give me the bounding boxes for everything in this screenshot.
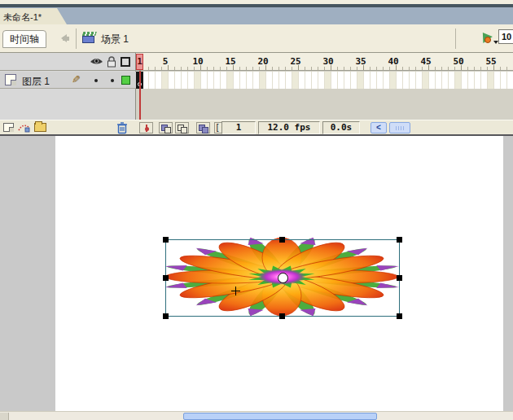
frame-cell[interactable] (351, 72, 357, 89)
frame-cell[interactable] (299, 72, 305, 89)
selection-handle-top-center[interactable] (279, 237, 285, 243)
frame-ruler[interactable]: 1 510152025303540455055 (136, 53, 513, 71)
frame-cell[interactable] (227, 72, 234, 89)
selection-handle-bottom-right[interactable] (397, 313, 402, 319)
frame-cell[interactable] (201, 72, 208, 89)
frame-cell[interactable] (449, 72, 455, 89)
timeline-scroll-left-button[interactable]: < (370, 122, 387, 133)
frame-cell[interactable] (195, 72, 201, 89)
frame-cell[interactable] (273, 72, 279, 89)
frame-cell[interactable] (234, 72, 240, 89)
frame-cell[interactable] (208, 72, 214, 89)
insert-layer-folder-button[interactable] (34, 123, 46, 132)
frame-cell[interactable] (286, 72, 292, 89)
horizontal-scrollbar[interactable] (0, 411, 513, 420)
frame-cell[interactable] (214, 72, 221, 89)
frame-cell[interactable] (455, 72, 462, 89)
layer-outline-color-swatch[interactable] (121, 76, 130, 85)
frame-cell[interactable] (188, 72, 195, 89)
frame-cell[interactable] (429, 72, 436, 89)
scene-breadcrumb[interactable]: 场景 1 (101, 33, 129, 46)
frame-cell[interactable] (338, 72, 344, 89)
selection-handle-middle-left[interactable] (163, 275, 169, 281)
frame-cell[interactable] (240, 72, 247, 89)
frame-cell[interactable] (344, 72, 351, 89)
frame-cell[interactable] (312, 72, 318, 89)
frame-cell[interactable] (357, 72, 364, 89)
frame-cell[interactable] (410, 72, 416, 89)
frame-cell[interactable] (292, 72, 299, 89)
frame-cell[interactable] (156, 72, 162, 89)
frame-cell[interactable] (253, 72, 260, 89)
layer-name[interactable]: 图层 1 (22, 75, 50, 89)
zoom-percentage-input[interactable]: 10 (498, 29, 513, 44)
back-arrow-icon[interactable] (57, 34, 70, 43)
layer-lock-dot[interactable] (111, 79, 114, 82)
frame-cell[interactable] (318, 72, 325, 89)
frame-cell[interactable] (488, 72, 494, 89)
frame-cell[interactable] (182, 72, 188, 89)
edit-multiple-frames-button[interactable] (196, 122, 210, 133)
frame-cell[interactable] (501, 72, 507, 89)
ruler-tick (298, 65, 299, 70)
frame-cell[interactable] (370, 72, 377, 89)
frame-cell[interactable] (149, 72, 156, 89)
frame-cell[interactable] (247, 72, 253, 89)
frame-cell[interactable] (423, 72, 429, 89)
delete-layer-button[interactable] (116, 121, 129, 134)
edit-symbols-button[interactable] (480, 31, 495, 44)
layer-row[interactable]: 图层 1 ✎ (0, 72, 136, 89)
layer-visibility-dot[interactable] (94, 79, 98, 82)
frame-cell[interactable] (162, 72, 169, 89)
frame-cell[interactable] (305, 72, 312, 89)
frame-cell[interactable] (390, 72, 397, 89)
selection-handle-top-right[interactable] (397, 237, 402, 243)
show-layers-as-outlines-icon[interactable] (121, 57, 130, 67)
frame-cell[interactable] (221, 72, 227, 89)
selection-handle-bottom-center[interactable] (279, 313, 285, 319)
frame-cell[interactable] (468, 72, 475, 89)
lock-unlock-all-layers-icon[interactable] (107, 56, 116, 68)
frame-cell[interactable] (169, 72, 175, 89)
frame-cell[interactable] (384, 72, 390, 89)
frame-cell[interactable] (331, 72, 338, 89)
frame-cell[interactable] (416, 72, 423, 89)
add-motion-guide-button[interactable] (18, 122, 31, 133)
frame-cell[interactable] (279, 72, 286, 89)
layers-header-row (0, 53, 136, 71)
frame-cell[interactable] (436, 72, 442, 89)
transform-center-point[interactable] (278, 273, 288, 283)
frame-cell[interactable] (142, 72, 149, 89)
frame-cell[interactable] (260, 72, 266, 89)
frame-cell[interactable] (397, 72, 403, 89)
frame-cell[interactable] (364, 72, 370, 89)
frame-cell[interactable] (475, 72, 481, 89)
selection-handle-middle-right[interactable] (397, 275, 402, 281)
frame-cell[interactable] (266, 72, 273, 89)
frame-cell[interactable] (175, 72, 182, 89)
horizontal-scrollbar-thumb[interactable] (183, 413, 377, 420)
frame-cell[interactable] (442, 72, 449, 89)
timeline-scrollbar-thumb[interactable] (389, 122, 410, 133)
frame-cell[interactable] (377, 72, 384, 89)
frame-cell[interactable] (481, 72, 488, 89)
selection-handle-top-left[interactable] (163, 237, 169, 243)
insert-layer-button[interactable] (3, 123, 14, 132)
frames-footer-toolbar: [·] 1 12.0 fps 0.0s < (136, 120, 513, 134)
selection-handle-bottom-left[interactable] (163, 313, 169, 319)
onion-skin-outlines-button[interactable] (175, 122, 189, 133)
playhead[interactable]: 1 (136, 54, 143, 70)
document-tab-title: 未命名-1* (3, 12, 42, 22)
frame-cell[interactable] (494, 72, 501, 89)
onion-skin-button[interactable] (159, 122, 173, 133)
layer-frames-row[interactable] (136, 72, 513, 89)
frame-rate-indicator[interactable]: 12.0 fps (258, 121, 320, 134)
frame-cell[interactable] (325, 72, 331, 89)
frame-cell[interactable] (403, 72, 410, 89)
center-frame-button[interactable] (139, 122, 153, 133)
show-hide-all-layers-icon[interactable] (90, 57, 103, 66)
document-tab[interactable]: 未命名-1* (0, 8, 67, 24)
frame-cell[interactable] (507, 72, 513, 89)
timeline-panel-button[interactable]: 时间轴 (2, 30, 46, 48)
frame-cell[interactable] (462, 72, 468, 89)
